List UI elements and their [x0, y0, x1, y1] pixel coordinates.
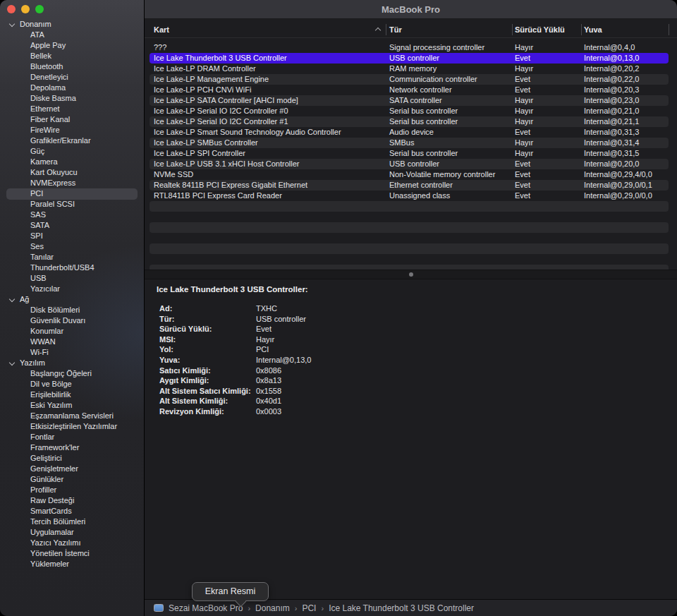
sidebar-item-apple-pay[interactable]: Apple Pay — [0, 40, 143, 51]
sidebar-item-framework-ler[interactable]: Framework'ler — [0, 442, 143, 453]
sidebar-item-label: Denetleyici — [30, 73, 68, 81]
zoom-button-icon[interactable] — [35, 5, 44, 13]
sidebar-item-kart-okuyucu[interactable]: Kart Okuyucu — [0, 167, 143, 178]
sidebar-item-depolama[interactable]: Depolama — [0, 83, 143, 93]
sidebar-item-paralel-scsi[interactable]: Paralel SCSI — [0, 199, 143, 210]
sidebar-item-tan-lar[interactable]: Tanılar — [0, 252, 143, 262]
chevron-down-icon[interactable] — [9, 296, 15, 302]
sidebar-item-eri-ilebilirlik[interactable]: Erişilebilirlik — [0, 389, 143, 400]
pane-splitter[interactable] — [145, 270, 677, 279]
table-row[interactable]: Ice Lake-LP SMBus ControllerSMBusHayırIn… — [145, 138, 677, 148]
sidebar-item-y-klemeler[interactable]: Yüklemeler — [0, 559, 143, 569]
titlebar[interactable]: MacBook Pro — [145, 0, 677, 19]
sidebar-item-usb[interactable]: USB — [0, 273, 143, 284]
sidebar-item-ba-lang-eleri[interactable]: Başlangıç Öğeleri — [0, 368, 143, 379]
sidebar-item-g[interactable]: Güç — [0, 146, 143, 157]
sidebar-item-tercih-b-l-mleri[interactable]: Tercih Bölümleri — [0, 517, 143, 527]
sidebar-item-smartcards[interactable]: SmartCards — [0, 506, 143, 517]
minimize-button-icon[interactable] — [21, 5, 30, 13]
column-divider[interactable] — [581, 24, 582, 35]
sidebar-item-geli-tirici[interactable]: Geliştirici — [0, 453, 143, 464]
sidebar-item-yaz-c-lar[interactable]: Yazıcılar — [0, 284, 143, 294]
sidebar-item-denetleyici[interactable]: Denetleyici — [0, 72, 143, 83]
sidebar-item-etkisizle-tirilen-yaz-l-mlar[interactable]: Etkisizleştirilen Yazılımlar — [0, 421, 143, 432]
cell-slot: Internal@0,21,1 — [584, 116, 639, 127]
sidebar-item-profiller[interactable]: Profiller — [0, 485, 143, 495]
sidebar-item-label: Güç — [30, 147, 44, 155]
sidebar-item-eski-yaz-l-m[interactable]: Eski Yazılım — [0, 400, 143, 411]
breadcrumb-item[interactable]: Sezai MacBook Pro — [169, 603, 243, 613]
sidebar-item-spi[interactable]: SPI — [0, 231, 143, 241]
empty-row — [145, 222, 677, 233]
sidebar-item-fontlar[interactable]: Fontlar — [0, 432, 143, 442]
cell-card: RTL8411B PCI Express Card Reader — [154, 191, 282, 201]
sidebar-section-donan-m[interactable]: Donanım — [0, 19, 143, 30]
sidebar-item-firewire[interactable]: FireWire — [0, 125, 143, 135]
sidebar-item-nvmexpress[interactable]: NVMExpress — [0, 178, 143, 188]
column-header-kart[interactable]: Kart — [154, 22, 169, 37]
sidebar-section-a[interactable]: Ağ — [0, 294, 143, 305]
table-row[interactable]: Ice Lake-LP Serial IO I2C Controller #0S… — [145, 106, 677, 116]
chevron-down-icon[interactable] — [9, 360, 15, 366]
column-header-yuva[interactable]: Yuva — [584, 22, 602, 37]
sidebar-item-ethernet[interactable]: Ethernet — [0, 104, 143, 114]
sidebar-item-diske-basma[interactable]: Diske Basma — [0, 93, 143, 104]
table-row[interactable]: Ice Lake-LP USB 3.1 xHCI Host Controller… — [145, 159, 677, 169]
sidebar-item-g-venlik-duvar[interactable]: Güvenlik Duvarı — [0, 315, 143, 326]
sidebar-item-bluetooth[interactable]: Bluetooth — [0, 61, 143, 72]
sidebar-item-wwan[interactable]: WWAN — [0, 337, 143, 347]
splitter-handle-icon[interactable] — [409, 272, 413, 277]
table-row[interactable]: Ice Lake-LP SPI ControllerSerial bus con… — [145, 148, 677, 159]
cell-driver: Evet — [515, 74, 530, 85]
chevron-down-icon[interactable] — [9, 21, 15, 27]
table-row[interactable]: ???Signal processing controllerHayırInte… — [145, 42, 677, 53]
breadcrumb-item[interactable]: Ice Lake Thunderbolt 3 USB Controller — [329, 603, 474, 613]
table-row[interactable]: NVMe SSDNon-Volatile memory controllerEv… — [145, 169, 677, 180]
sidebar-item-raw-deste-i[interactable]: Raw Desteği — [0, 495, 143, 506]
table-row[interactable]: RTL8411B PCI Express Card ReaderUnassign… — [145, 191, 677, 201]
sidebar-item-label: Raw Desteği — [30, 496, 74, 505]
sidebar-item-bellek[interactable]: Bellek — [0, 51, 143, 61]
field-value: PCI — [256, 344, 269, 355]
table-row[interactable]: Realtek 8411B PCI Express Gigabit Ethern… — [145, 180, 677, 191]
table-row[interactable]: Ice Lake-LP PCH CNVi WiFiNetwork control… — [145, 85, 677, 95]
sidebar-item-pci[interactable]: PCI — [0, 188, 143, 199]
empty-row — [145, 254, 677, 265]
sidebar-item-label: Profiller — [30, 485, 56, 494]
sidebar-item-dil-ve-b-lge[interactable]: Dil ve Bölge — [0, 379, 143, 389]
sidebar-item-ses[interactable]: Ses — [0, 241, 143, 252]
sidebar-item-yaz-c-yaz-l-m[interactable]: Yazıcı Yazılımı — [0, 538, 143, 548]
sidebar-item-kamera[interactable]: Kamera — [0, 157, 143, 167]
sidebar-item-ata[interactable]: ATA — [0, 30, 143, 40]
sidebar-item-uygulamalar[interactable]: Uygulamalar — [0, 527, 143, 538]
column-header-surucu-yuklu[interactable]: Sürücü Yüklü — [515, 22, 565, 37]
close-button-icon[interactable] — [7, 5, 16, 13]
column-divider[interactable] — [386, 24, 386, 35]
sidebar-item-y-netilen-i-stemci[interactable]: Yönetilen İstemci — [0, 548, 143, 559]
sidebar-item-geni-letmeler[interactable]: Genişletmeler — [0, 464, 143, 474]
table-row[interactable]: Ice Lake-LP Smart Sound Technology Audio… — [145, 127, 677, 138]
column-divider[interactable] — [669, 24, 669, 35]
detail-field: Alt Sistem Satıcı Kimliği:0x1558 — [157, 386, 677, 397]
breadcrumb-item[interactable]: PCI — [302, 603, 316, 613]
sidebar-item-g-nl-kler[interactable]: Günlükler — [0, 474, 143, 485]
sidebar-item-grafikler-ekranlar[interactable]: Grafikler/Ekranlar — [0, 135, 143, 146]
sidebar-item-e-zamanlama-servisleri[interactable]: Eşzamanlama Servisleri — [0, 411, 143, 421]
sidebar-item-wi-fi[interactable]: Wi-Fi — [0, 347, 143, 358]
table-row[interactable]: Ice Lake Thunderbolt 3 USB ControllerUSB… — [145, 53, 677, 64]
table-row[interactable]: Ice Lake-LP Serial IO I2C Controller #1S… — [145, 116, 677, 127]
column-header-tur[interactable]: Tür — [389, 22, 402, 37]
sidebar-item-disk-b-l-mleri[interactable]: Disk Bölümleri — [0, 305, 143, 315]
sidebar-item-fiber-kanal[interactable]: Fiber Kanal — [0, 114, 143, 125]
table-row[interactable]: Ice Lake-LP DRAM ControllerRAM memoryHay… — [145, 64, 677, 74]
sidebar-section-yaz-l-m[interactable]: Yazılım — [0, 358, 143, 368]
sidebar-item-sata[interactable]: SATA — [0, 220, 143, 231]
sidebar-item-sas[interactable]: SAS — [0, 210, 143, 220]
cell-type: Signal processing controller — [389, 42, 484, 53]
table-row[interactable]: Ice Lake-LP Management EngineCommunicati… — [145, 74, 677, 85]
column-divider[interactable] — [512, 24, 513, 35]
table-row[interactable]: Ice Lake-LP SATA Controller [AHCI mode]S… — [145, 95, 677, 106]
sidebar-item-thunderbolt-usb4[interactable]: Thunderbolt/USB4 — [0, 262, 143, 273]
sidebar-item-konumlar[interactable]: Konumlar — [0, 326, 143, 337]
breadcrumb-item[interactable]: Donanım — [255, 603, 290, 613]
